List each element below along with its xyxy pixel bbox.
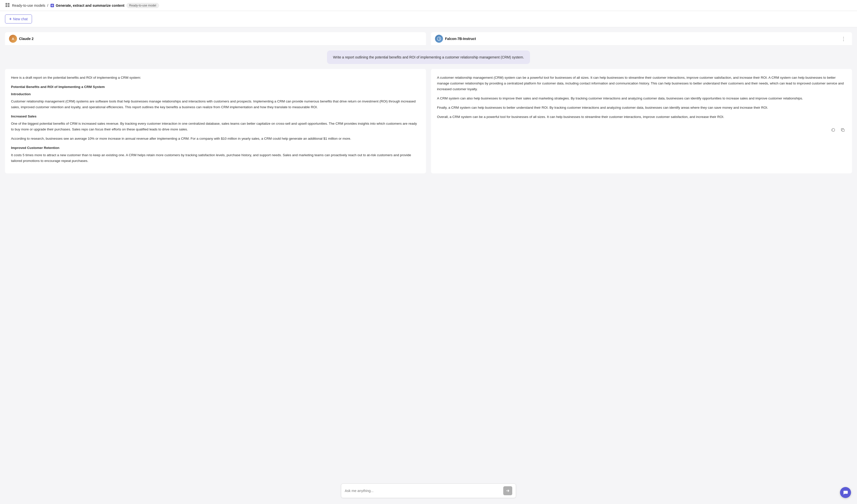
grid-icon — [5, 2, 10, 8]
model-badge: Ready-to-use model — [127, 3, 159, 8]
copy-icon[interactable] — [840, 126, 846, 136]
claude2-intro: Here is a draft report on the potential … — [11, 75, 420, 81]
claude2-section2-body: It costs 5 times more to attract a new c… — [11, 153, 420, 164]
main-content: A Claude 2 Falcon-7B-Instruct ⋮ — [0, 27, 857, 198]
svg-rect-0 — [5, 3, 7, 5]
claude2-section1-stat: According to research, businesses see an… — [11, 136, 420, 142]
falcon-response-actions — [437, 124, 846, 136]
svg-rect-1 — [8, 3, 10, 5]
header-bar: Ready-to-use models / Generate, extract … — [0, 0, 857, 11]
claude2-title: Potential Benefits and ROI of Implementi… — [11, 84, 420, 90]
claude2-response-card: Here is a draft report on the potential … — [5, 69, 426, 173]
claude2-body: Customer relationship management (CRM) s… — [11, 99, 420, 110]
claude2-section1-body: One of the biggest potential benefits of… — [11, 121, 420, 133]
input-bar — [341, 484, 516, 498]
claude2-section2-title: Improved Customer Retention — [11, 145, 420, 151]
claude2-avatar: A — [9, 35, 17, 43]
falcon-avatar — [435, 35, 443, 43]
falcon-para3: Finally, a CRM system can help businesse… — [437, 105, 846, 111]
svg-rect-2 — [5, 5, 7, 7]
claude2-model-header: A Claude 2 — [5, 32, 426, 46]
claude2-name: Claude 2 — [19, 37, 34, 41]
refresh-icon[interactable] — [830, 126, 837, 136]
chat-input[interactable] — [345, 489, 503, 493]
toolbar: + New chat — [0, 11, 857, 27]
falcon-name: Falcon-7B-Instruct — [445, 37, 476, 41]
falcon-para2: A CRM system can also help businesses to… — [437, 96, 846, 102]
claude2-section1-title: Increased Sales — [11, 114, 420, 119]
chat-container: A Claude 2 Falcon-7B-Instruct ⋮ — [0, 27, 857, 178]
model-headers-row: A Claude 2 Falcon-7B-Instruct ⋮ — [5, 32, 852, 46]
user-message-row: Write a report outlining the potential b… — [5, 51, 852, 64]
claude2-intro-section: Introduction — [11, 91, 420, 97]
breadcrumb: Ready-to-use models / Generate, extract … — [12, 3, 124, 7]
plus-icon: + — [9, 17, 12, 21]
breadcrumb-separator: / — [47, 3, 48, 7]
svg-rect-6 — [842, 129, 844, 132]
breadcrumb-parent[interactable]: Ready-to-use models — [12, 3, 45, 7]
new-chat-button[interactable]: + New chat — [5, 15, 32, 23]
breadcrumb-current: Generate, extract and summarize content — [50, 3, 124, 7]
falcon-model-header: Falcon-7B-Instruct ⋮ — [431, 32, 852, 46]
send-button[interactable] — [503, 486, 512, 495]
falcon-para4: Overall, a CRM system can be a powerful … — [437, 114, 846, 120]
falcon-para1: A customer relationship management (CRM)… — [437, 75, 846, 92]
svg-rect-3 — [8, 5, 10, 7]
chat-fab-button[interactable] — [840, 487, 851, 498]
dots-menu-button[interactable]: ⋮ — [839, 35, 848, 43]
input-bar-wrapper — [0, 480, 857, 504]
falcon-response-card: A customer relationship management (CRM)… — [431, 69, 852, 173]
responses-row: Here is a draft report on the potential … — [5, 69, 852, 173]
user-message: Write a report outlining the potential b… — [327, 51, 530, 64]
